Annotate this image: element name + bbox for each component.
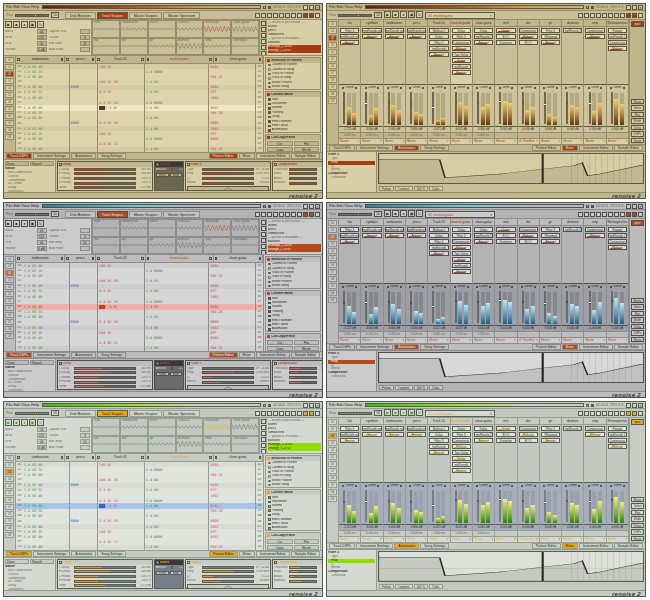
sequence-slot-04[interactable]: 04 xyxy=(328,248,337,254)
quick-button[interactable] xyxy=(267,212,272,217)
fx-compressor[interactable]: Compressor xyxy=(452,239,471,244)
menu-view[interactable]: View xyxy=(21,204,30,208)
automation-option-100-[interactable]: 100 % xyxy=(414,385,429,390)
fx-multitap-2[interactable]: Multitap 2 xyxy=(429,227,448,232)
track-header-muted-guitar[interactable]: muted guitar xyxy=(146,56,214,63)
mixer-track-retrospection[interactable]: RetrospectionFlangermpReverb 2Compressor… xyxy=(607,20,629,144)
fx-amount[interactable]: Amount xyxy=(340,239,359,244)
fader-cap[interactable] xyxy=(432,305,434,308)
fx-mpreverb-rec[interactable]: mpReverb rec xyxy=(340,432,359,437)
sequence-slot-08[interactable]: 08 xyxy=(328,475,337,481)
mute-button[interactable] xyxy=(17,456,20,459)
volume-fader[interactable] xyxy=(432,490,434,522)
tab-sample-editor[interactable]: Sample Editor xyxy=(614,344,643,350)
sequence-slot-01[interactable]: 01 xyxy=(328,426,337,432)
mute-button[interactable] xyxy=(66,58,69,61)
tab-disk-browser[interactable]: Disk Browser xyxy=(65,12,96,19)
mixer-track-retrospection[interactable]: RetrospectionFlangermpReverb 2Compressor… xyxy=(607,219,629,343)
param-slider[interactable] xyxy=(289,168,317,171)
tab-dsps[interactable]: Dsps xyxy=(5,161,29,166)
solo-button[interactable] xyxy=(61,456,64,459)
stop-button[interactable]: ■ xyxy=(13,21,20,28)
volume-fader[interactable] xyxy=(343,291,345,323)
pats-slider[interactable] xyxy=(15,14,49,17)
param-threshold[interactable]: Threshold xyxy=(328,176,375,180)
loop-button[interactable]: ↻ xyxy=(37,21,44,28)
mute-button[interactable] xyxy=(147,257,150,260)
fx-compressor[interactable]: Compressor xyxy=(608,239,627,244)
volume-fader[interactable] xyxy=(499,291,501,323)
solo-button[interactable] xyxy=(141,456,144,459)
loop-button[interactable]: ↻ xyxy=(37,419,44,426)
quick-button[interactable] xyxy=(638,212,643,217)
check-automation[interactable]: Automation xyxy=(266,526,320,530)
transport-param[interactable]: Block04 xyxy=(5,29,47,34)
volume-fader[interactable] xyxy=(566,92,568,124)
quick-button-active[interactable] xyxy=(626,411,631,416)
sequence-slot-02[interactable]: 02 xyxy=(5,469,14,475)
param-slider[interactable] xyxy=(289,367,317,370)
sequence-slot-05[interactable]: 05 xyxy=(5,291,14,297)
quick-button-active[interactable] xyxy=(632,13,637,18)
quick-button[interactable] xyxy=(255,411,260,416)
param-value[interactable]: 3 xyxy=(80,433,90,438)
sequence-slot-03[interactable]: 03 xyxy=(328,440,337,446)
mixer-track-dst[interactable]: dstCompressorMakeupEQ 5Center0.000 dB02:… xyxy=(518,219,540,343)
quick-button[interactable] xyxy=(279,411,284,416)
quick-button[interactable] xyxy=(267,13,272,18)
fx-amount[interactable]: Amount xyxy=(385,233,404,238)
pattern-follow-button[interactable]: ▣ xyxy=(408,210,415,217)
sequence-slot-00[interactable]: 00 xyxy=(5,256,14,262)
close-button[interactable]: ✕ xyxy=(638,204,643,209)
fx-delay[interactable]: Delay xyxy=(452,28,471,33)
tab-automation[interactable]: Automation xyxy=(71,352,96,358)
mixer-track-mst[interactable]: mstGainerEQ 5DistortionCenter3.000 dBMas… xyxy=(495,418,517,542)
sequence-slot-0A[interactable]: 0A xyxy=(328,290,337,296)
solo-button[interactable] xyxy=(209,257,212,260)
fader-cap[interactable] xyxy=(499,299,501,302)
quick-button[interactable] xyxy=(291,411,296,416)
menu-help[interactable]: Help xyxy=(31,204,39,208)
radio-whole-song[interactable]: Whole Song xyxy=(266,483,320,487)
param-slider[interactable] xyxy=(74,177,136,180)
minimize-button[interactable]: _ xyxy=(303,403,308,408)
toggle-width-button[interactable]: Width xyxy=(631,118,644,124)
fader-cap[interactable] xyxy=(410,103,412,106)
sequence-slot-05[interactable]: 05 xyxy=(328,454,337,460)
quick-button-active[interactable] xyxy=(303,13,308,18)
tab-master-scopes[interactable]: Master Scopes xyxy=(129,410,162,417)
fader-cap[interactable] xyxy=(522,500,524,503)
toggle-mutes-button[interactable]: Mutes xyxy=(631,497,644,503)
fx-filter-3[interactable]: Filter 3 xyxy=(541,426,560,431)
fx-amount[interactable]: Amount xyxy=(429,450,448,455)
volume-fader[interactable] xyxy=(499,490,501,522)
menu-help[interactable]: Help xyxy=(354,5,362,9)
track-header-percs[interactable]: percs xyxy=(65,56,96,63)
volume-fader[interactable] xyxy=(589,490,591,522)
param-value[interactable]: 04 xyxy=(37,29,47,34)
fader-cap[interactable] xyxy=(499,100,501,103)
fader-cap[interactable] xyxy=(544,103,546,106)
sequence-slot-05[interactable]: 05 xyxy=(328,56,337,62)
fx-mpreverb-2[interactable]: mpReverb 2 xyxy=(563,426,582,431)
param-value[interactable]: 124 xyxy=(37,433,47,438)
fx-filter-3[interactable]: Filter 3 xyxy=(452,233,471,238)
sequence-slot-00[interactable]: 00 xyxy=(5,57,14,63)
quick-button[interactable] xyxy=(614,13,619,18)
fader-cap[interactable] xyxy=(566,500,568,503)
fx-delay[interactable]: Delay xyxy=(429,34,448,39)
minimize-button[interactable]: _ xyxy=(303,5,308,10)
tab-automation[interactable]: Automation xyxy=(394,145,419,151)
volume-fader[interactable] xyxy=(388,92,390,124)
sequence-slot-07[interactable]: 07 xyxy=(328,70,337,76)
record-button[interactable]: ● xyxy=(400,409,407,416)
fader-cap[interactable] xyxy=(343,501,345,504)
tab-master-scopes[interactable]: Master Scopes xyxy=(129,211,162,218)
fx-gainer[interactable]: Gainer xyxy=(496,426,515,431)
quick-button[interactable] xyxy=(590,212,595,217)
menu-help[interactable]: Help xyxy=(354,204,362,208)
fader-cap[interactable] xyxy=(432,106,434,109)
automation-option-follow[interactable]: Follow xyxy=(379,186,394,191)
mute-button[interactable] xyxy=(147,58,150,61)
sequence-slot-0B[interactable]: 0B xyxy=(328,98,337,104)
